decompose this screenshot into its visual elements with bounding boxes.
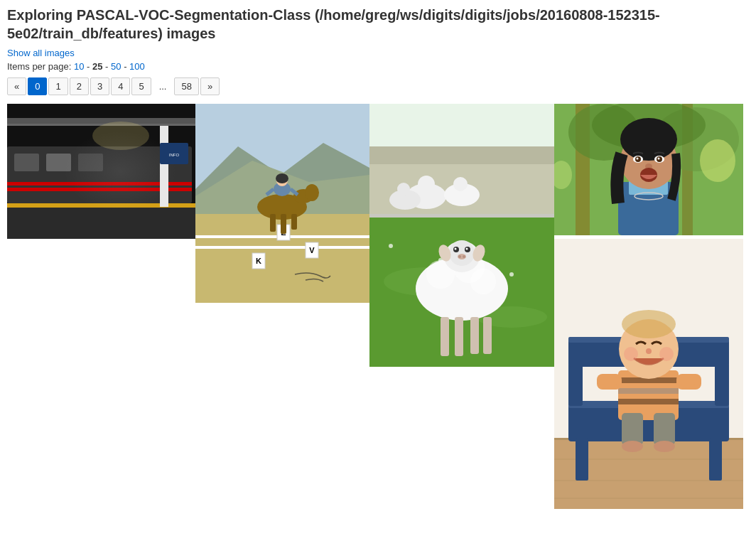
svg-point-122	[622, 310, 676, 338]
svg-point-66	[458, 255, 461, 258]
svg-point-80	[700, 139, 735, 182]
show-all-link[interactable]: Show all images	[7, 48, 75, 58]
svg-rect-71	[455, 317, 463, 356]
pagination-page-5[interactable]: 5	[131, 77, 151, 95]
items-100-link[interactable]: 100	[129, 61, 145, 72]
svg-point-123	[646, 348, 652, 354]
pagination-last-page[interactable]: 58	[174, 77, 198, 95]
svg-rect-73	[483, 317, 492, 354]
svg-point-48	[509, 272, 514, 277]
pagination-next[interactable]: »	[200, 77, 220, 95]
svg-text:INFO: INFO	[169, 153, 180, 157]
svg-rect-111	[618, 388, 679, 394]
svg-rect-114	[654, 413, 675, 445]
image-cell-baby[interactable]	[554, 239, 743, 509]
svg-rect-108	[709, 438, 722, 481]
svg-rect-29	[270, 214, 276, 232]
image-cell-train[interactable]: INFO	[7, 104, 195, 239]
image-baby	[554, 239, 743, 509]
items-per-page-label: Items per page:	[7, 61, 71, 72]
svg-point-36	[276, 173, 288, 183]
items-10-link[interactable]: 10	[74, 61, 84, 72]
svg-point-33	[305, 184, 319, 201]
pagination: « 0 1 2 3 4 5 ... 58 »	[7, 77, 749, 95]
svg-rect-112	[618, 399, 679, 404]
items-50-link[interactable]: 50	[111, 61, 121, 72]
image-cell-sheep[interactable]	[369, 104, 554, 367]
pagination-page-3[interactable]: 3	[90, 77, 109, 95]
items-per-page: Items per page: 10 - 25 - 50 - 100	[7, 61, 749, 72]
svg-point-53	[397, 183, 410, 195]
svg-point-64	[466, 248, 468, 250]
svg-rect-72	[470, 317, 479, 354]
svg-point-46	[389, 244, 393, 248]
svg-point-125	[659, 347, 674, 361]
svg-rect-30	[281, 214, 286, 234]
svg-point-115	[622, 441, 643, 452]
svg-point-86	[620, 118, 677, 161]
image-grid: INFO E V K	[7, 104, 749, 509]
svg-point-54	[453, 177, 468, 191]
svg-text:K: K	[256, 257, 261, 265]
image-train: INFO	[7, 104, 195, 239]
items-25-current: 25	[92, 61, 102, 72]
svg-rect-103	[568, 363, 583, 406]
svg-point-116	[654, 441, 675, 452]
pagination-page-2[interactable]: 2	[70, 77, 89, 95]
svg-rect-104	[715, 363, 729, 406]
pagination-page-1[interactable]: 1	[48, 77, 68, 95]
svg-point-63	[455, 248, 457, 250]
pagination-ellipsis: ...	[153, 78, 173, 95]
svg-point-67	[463, 255, 465, 258]
pagination-page-4[interactable]: 4	[111, 77, 130, 95]
page-title: Exploring PASCAL-VOC-Segmentation-Class …	[7, 6, 749, 43]
svg-point-50	[418, 176, 435, 193]
svg-rect-21	[195, 246, 369, 249]
image-cell-woman[interactable]	[554, 104, 743, 235]
svg-rect-13	[7, 104, 195, 239]
svg-point-58	[470, 269, 496, 294]
svg-rect-31	[291, 214, 297, 230]
svg-point-120	[681, 374, 695, 388]
svg-rect-70	[441, 317, 449, 356]
pagination-prev[interactable]: «	[7, 77, 26, 95]
svg-point-89	[637, 158, 639, 160]
svg-point-92	[658, 158, 660, 160]
image-woman	[554, 104, 743, 235]
svg-point-60	[449, 240, 475, 266]
image-cell-horse[interactable]: E V K	[195, 104, 369, 303]
svg-text:V: V	[309, 246, 315, 254]
svg-rect-113	[622, 413, 643, 445]
image-horse: E V K	[195, 104, 369, 303]
pagination-page-0[interactable]: 0	[28, 77, 47, 95]
svg-rect-41	[369, 146, 554, 164]
svg-point-124	[624, 347, 638, 361]
svg-rect-107	[576, 438, 588, 481]
svg-point-119	[603, 374, 617, 388]
image-sheep	[369, 104, 554, 367]
